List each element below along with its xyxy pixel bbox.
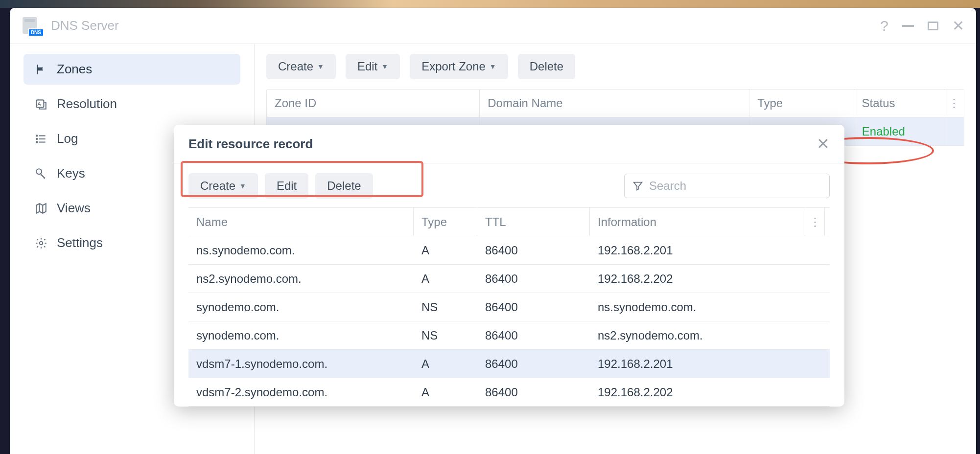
sidebar-item-resolution[interactable]: AResolution [23,89,240,119]
flag-icon [34,63,48,76]
cell-record-name: synodemo.com. [188,321,414,349]
column-header-name[interactable]: Name [188,208,414,236]
records-toolbar: Create ▼ Edit Delete [188,173,373,199]
records-table: Name Type TTL Information ⋮ ns.synodemo.… [188,207,830,407]
button-label: Edit [357,60,377,73]
delete-zone-button[interactable]: Delete [518,54,575,79]
sidebar-item-label: Settings [57,235,103,250]
maximize-icon[interactable] [928,22,938,30]
column-header-domain-name[interactable]: Domain Name [480,90,749,117]
svg-point-5 [36,135,37,136]
cell-status: Enabled [854,117,944,145]
column-header-status[interactable]: Status [854,90,944,117]
column-header-information[interactable]: Information [590,208,805,236]
cell-record-type: A [414,265,477,293]
cell-record-name: ns2.synodemo.com. [188,265,414,293]
records-table-header: Name Type TTL Information ⋮ [188,208,830,236]
search-input[interactable] [649,179,821,193]
record-row[interactable]: vdsm7-1.synodemo.com.A86400192.168.2.201 [188,350,830,378]
app-logo-icon: DNS [22,16,43,36]
cell-record-info: ns2.synodemo.com. [590,321,805,349]
column-header-ttl[interactable]: TTL [477,208,590,236]
cell-record-type: NS [414,321,477,349]
delete-record-button[interactable]: Delete [315,173,373,199]
button-label: Create [200,179,235,193]
app-title: DNS Server [51,18,119,33]
filter-icon [632,181,643,191]
svg-point-6 [36,138,37,139]
sidebar-item-label: Keys [57,166,85,181]
search-box[interactable] [624,174,830,198]
svg-point-11 [40,241,43,245]
cell-record-name: ns.synodemo.com. [188,236,414,264]
column-header-type[interactable]: Type [749,90,854,117]
cell-record-ttl: 86400 [477,350,590,378]
export-zone-button[interactable]: Export Zone ▼ [410,54,508,79]
svg-point-7 [36,141,37,142]
button-label: Export Zone [421,60,486,73]
cell-record-type: NS [414,293,477,321]
chevron-down-icon: ▼ [317,63,324,70]
cell-record-info: 192.168.2.202 [590,265,805,293]
dialog-title: Edit resource record [188,136,313,152]
map-icon [34,202,48,215]
cell-record-ttl: 86400 [477,293,590,321]
button-label: Edit [277,179,297,193]
cell-record-ttl: 86400 [477,321,590,349]
zones-toolbar: Create ▼ Edit ▼ Export Zone ▼ Delete [266,54,964,79]
chevron-down-icon: ▼ [239,182,246,190]
cell-record-info: 192.168.2.201 [590,350,805,378]
cell-record-ttl: 86400 [477,378,590,406]
close-icon[interactable]: ✕ [952,19,964,33]
cell-record-name: vdsm7-2.synodemo.com. [188,378,414,406]
sidebar-item-label: Zones [57,62,92,77]
cell-record-ttl: 86400 [477,236,590,264]
button-label: Delete [327,179,361,193]
edit-resource-record-dialog: Edit resource record ✕ Create ▼ Edit Del… [174,125,844,407]
minimize-icon[interactable] [902,25,914,27]
record-row[interactable]: ns.synodemo.com.A86400192.168.2.201 [188,236,830,265]
resolution-icon: A [34,97,48,111]
gear-icon [34,236,48,250]
list-icon [34,132,48,146]
cell-record-name: vdsm7-1.synodemo.com. [188,350,414,378]
chevron-down-icon: ▼ [381,63,388,70]
cell-record-name: synodemo.com. [188,293,414,321]
column-header-zone-id[interactable]: Zone ID [267,90,480,117]
dialog-close-icon[interactable]: ✕ [817,135,830,153]
svg-text:A: A [37,101,41,107]
row-options-icon[interactable] [944,117,964,145]
create-zone-button[interactable]: Create ▼ [266,54,336,79]
record-row[interactable]: ns2.synodemo.com.A86400192.168.2.202 [188,265,830,293]
chevron-down-icon: ▼ [490,63,496,70]
zones-table-header: Zone ID Domain Name Type Status ⋮ [266,89,964,117]
cell-record-info: ns.synodemo.com. [590,293,805,321]
key-icon [34,167,48,181]
column-options-icon[interactable]: ⋮ [944,90,964,117]
edit-zone-button[interactable]: Edit ▼ [346,54,400,79]
record-row[interactable]: synodemo.com.NS86400ns2.synodemo.com. [188,321,830,350]
cell-record-type: A [414,378,477,406]
sidebar-item-zones[interactable]: Zones [23,54,240,85]
sidebar-item-label: Views [57,201,91,216]
record-row[interactable]: synodemo.com.NS86400ns.synodemo.com. [188,293,830,321]
help-icon[interactable]: ? [880,18,888,34]
window-titlebar: DNS DNS Server ? ✕ [10,8,976,44]
sidebar-item-label: Log [57,131,78,146]
cell-record-type: A [414,236,477,264]
cell-record-info: 192.168.2.202 [590,378,805,406]
edit-record-button[interactable]: Edit [265,173,308,199]
button-label: Create [278,60,313,73]
column-options-icon[interactable]: ⋮ [805,208,825,236]
column-header-type[interactable]: Type [414,208,477,236]
cell-record-info: 192.168.2.201 [590,236,805,264]
cell-record-ttl: 86400 [477,265,590,293]
cell-record-type: A [414,350,477,378]
create-record-button[interactable]: Create ▼ [188,173,258,199]
record-row[interactable]: vdsm7-2.synodemo.com.A86400192.168.2.202 [188,378,830,407]
sidebar-item-label: Resolution [57,96,117,112]
button-label: Delete [530,60,563,73]
